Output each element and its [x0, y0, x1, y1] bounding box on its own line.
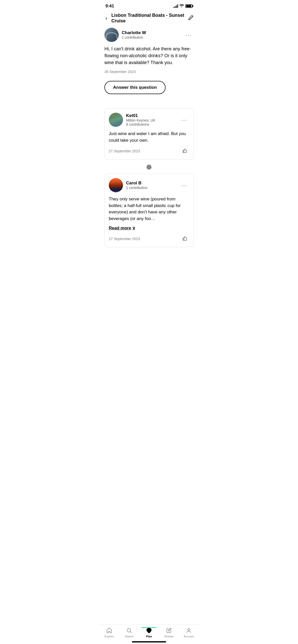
status-bar: 9:41 [99, 0, 199, 11]
wifi-icon [180, 4, 184, 8]
header: ‹ Lisbon Traditional Boats - Sunset Crui… [99, 11, 199, 28]
signal-icon [173, 4, 178, 8]
edit-icon[interactable] [188, 15, 194, 22]
svg-rect-0 [183, 150, 184, 153]
chevron-down-icon: ∨ [132, 225, 135, 231]
question-date: 26 September 2023 [104, 70, 194, 74]
question-text: Hi, I can't drink alcohol. Are there any… [104, 46, 194, 66]
answer-question-button[interactable]: Answer this question [104, 81, 166, 94]
ket01-like-button[interactable] [183, 147, 189, 155]
answer-card-carolb: Carol B 1 contribution ··· They only ser… [104, 174, 194, 247]
carolb-name: Carol B [126, 181, 179, 186]
ket01-location: Milton Keynes, UK [126, 118, 179, 122]
carolb-avatar [109, 178, 123, 192]
answer-card-ket01: Ket01 Milton Keynes, UK 8 contributions … [104, 108, 194, 159]
ket01-user-row: Ket01 Milton Keynes, UK 8 contributions … [109, 113, 189, 127]
status-icons [173, 4, 193, 8]
carolb-answer-footer: 27 September 2023 [109, 235, 189, 243]
read-more-button[interactable]: Read more ∨ [109, 225, 135, 231]
ket01-user-info: Ket01 Milton Keynes, UK 8 contributions [126, 113, 179, 126]
content: Charlotte W 1 contribution ··· Hi, I can… [99, 28, 199, 278]
carolb-contributions: 1 contribution [126, 186, 179, 190]
question-user-avatar [104, 28, 119, 42]
ket01-avatar [109, 113, 123, 127]
ket01-contributions: 8 contributions [126, 122, 179, 126]
back-button[interactable]: ‹ [104, 14, 108, 23]
question-user-info: Charlotte W 1 contribution [122, 30, 184, 39]
carolb-like-button[interactable] [183, 235, 189, 243]
question-user-name: Charlotte W [122, 30, 184, 35]
question-user-row: Charlotte W 1 contribution ··· [104, 28, 194, 42]
carolb-user-info: Carol B 1 contribution [126, 181, 179, 190]
question-user-contributions: 1 contribution [122, 35, 184, 39]
carolb-user-row: Carol B 1 contribution ··· [109, 178, 189, 192]
svg-rect-1 [183, 238, 184, 240]
carolb-answer-text: They only serve wine (poured from bottle… [109, 196, 189, 222]
ket01-date: 27 September 2023 [109, 149, 140, 153]
ket01-answer-text: Just wine and water I am afraid. But you… [109, 130, 189, 143]
carolb-date: 27 September 2023 [109, 237, 140, 241]
status-time: 9:41 [105, 4, 114, 9]
ket01-more-options[interactable]: ··· [179, 116, 189, 124]
page-title: Lisbon Traditional Boats - Sunset Cruise [111, 13, 185, 24]
carolb-more-options[interactable]: ··· [179, 181, 189, 189]
separator-dot [104, 165, 194, 170]
battery-icon [185, 4, 193, 8]
question-block: Charlotte W 1 contribution ··· Hi, I can… [104, 28, 194, 108]
ket01-name: Ket01 [126, 113, 179, 118]
question-more-options[interactable]: ··· [184, 31, 194, 39]
ket01-answer-footer: 27 September 2023 [109, 147, 189, 155]
